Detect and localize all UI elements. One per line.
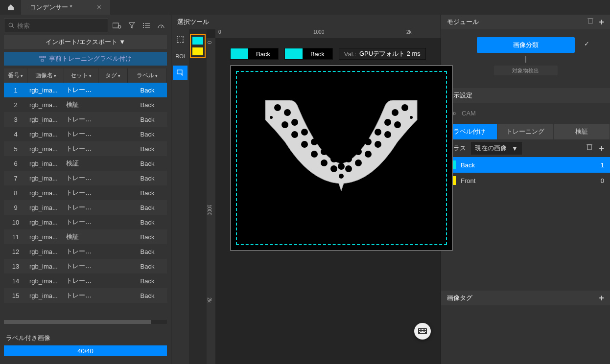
svg-rect-62 [588, 19, 592, 23]
col-set[interactable]: セット▾ [64, 68, 98, 83]
svg-point-35 [345, 165, 352, 172]
svg-point-32 [330, 165, 337, 172]
table-row[interactable]: 11rgb_ima...検証Back [4, 229, 167, 244]
table-row[interactable]: 14rgb_ima...トレーニ...Back [4, 273, 167, 288]
table-row[interactable]: 7rgb_ima...トレーニ...Back [4, 171, 167, 185]
canvas-area[interactable]: 0 1000 2k 0 1000 2k Back [207, 29, 441, 364]
table-row[interactable]: 10rgb_ima...トレーニ...Back [4, 215, 167, 229]
tool-strip: ROI [171, 29, 189, 364]
display-settings-header: 表示設定 [441, 88, 610, 103]
col-label[interactable]: ラベル▾ [128, 68, 167, 83]
module-panel: モジュール + 画像分類 ✓ 対象物検出 表示設定 CAM [441, 15, 610, 364]
add-tag-icon[interactable]: + [599, 293, 604, 303]
svg-point-27 [311, 138, 318, 145]
tab-validation[interactable]: 検証 [554, 124, 610, 139]
class-item[interactable]: Front0 [441, 173, 610, 188]
table-row[interactable]: 8rgb_ima...トレーニ...Back [4, 185, 167, 200]
svg-rect-11 [40, 56, 42, 58]
cam-toggle[interactable]: CAM [441, 103, 610, 124]
palette-color-1[interactable] [192, 47, 203, 55]
image-list-panel: インポート/エクスポート ▼ 事前トレーニングラベル付け 番号▾ 画像名▾ セッ… [0, 15, 171, 364]
tool-select[interactable] [173, 32, 188, 47]
image-table: 番号▾ 画像名▾ セット▾ タグ▾ ラベル▾ 1rgb_ima...トレーニ..… [4, 68, 167, 324]
add-class-icon[interactable]: + [599, 143, 604, 154]
document-tab[interactable]: コンデンサー * × [21, 0, 110, 15]
dashboard-icon[interactable] [155, 20, 167, 31]
svg-point-8 [143, 25, 144, 26]
pretrain-label-button[interactable]: 事前トレーニングラベル付け [4, 52, 167, 66]
add-module-icon[interactable]: + [599, 17, 604, 27]
svg-point-40 [365, 138, 372, 145]
search-field[interactable] [17, 22, 104, 29]
delete-class-icon[interactable] [586, 143, 593, 154]
svg-point-42 [375, 129, 381, 136]
svg-point-43 [384, 131, 391, 138]
class-filter-row: クラス 現在の画像▼ + [441, 139, 610, 157]
delete-module-icon[interactable] [587, 17, 594, 27]
part-image [260, 95, 422, 193]
horizontal-scrollbar[interactable] [4, 320, 167, 324]
top-bar: コンデンサー * × [0, 0, 610, 15]
module-connector [525, 56, 526, 63]
table-row[interactable]: 12rgb_ima...トレーニ...Back [4, 244, 167, 259]
svg-point-34 [339, 174, 344, 179]
mode-tabs: ラベル付け トレーニング 検証 [441, 124, 610, 139]
table-row[interactable]: 13rgb_ima...トレーニ...Back [4, 259, 167, 273]
svg-rect-13 [41, 60, 44, 61]
tool-roi[interactable]: ROI [173, 49, 188, 64]
svg-point-29 [321, 148, 328, 155]
module-node-classification[interactable]: 画像分類 [477, 37, 575, 53]
svg-rect-53 [422, 329, 423, 330]
palette-color-0[interactable] [192, 37, 203, 45]
import-export-button[interactable]: インポート/エクスポート ▼ [4, 35, 167, 49]
svg-point-7 [143, 23, 144, 24]
table-row[interactable]: 15rgb_ima...トレーニ...Back [4, 288, 167, 303]
svg-point-22 [282, 121, 288, 128]
search-input[interactable] [4, 19, 108, 32]
svg-rect-56 [419, 331, 420, 332]
tool-label[interactable] [173, 66, 188, 80]
svg-point-49 [410, 116, 413, 119]
class-scope-dropdown[interactable]: 現在の画像▼ [471, 142, 522, 155]
svg-point-44 [384, 119, 391, 126]
svg-point-25 [301, 129, 308, 136]
col-tag[interactable]: タグ▾ [98, 68, 128, 83]
module-graph: 画像分類 ✓ 対象物検出 [441, 29, 610, 88]
check-icon: ✓ [584, 40, 589, 47]
inference-info: Val.:GPUデフォルト 2 ms [339, 48, 426, 60]
home-button[interactable] [0, 0, 21, 15]
table-row[interactable]: 2rgb_ima...検証Back [4, 97, 167, 112]
svg-point-18 [183, 42, 184, 43]
class-item[interactable]: Back1 [441, 157, 610, 173]
filter-icon[interactable] [126, 20, 138, 31]
svg-point-30 [321, 159, 328, 166]
module-node-detection[interactable]: 対象物検出 [494, 66, 558, 75]
tab-training[interactable]: トレーニング [497, 124, 554, 139]
keyboard-button[interactable] [414, 323, 431, 340]
svg-point-26 [301, 141, 308, 148]
svg-rect-52 [421, 329, 422, 330]
svg-point-31 [330, 156, 337, 162]
svg-point-36 [345, 156, 352, 162]
image-frame[interactable] [230, 65, 453, 251]
svg-point-15 [177, 36, 178, 37]
svg-rect-55 [425, 329, 426, 330]
svg-point-38 [355, 148, 362, 155]
table-row[interactable]: 4rgb_ima...トレーニ...Back [4, 127, 167, 141]
col-name[interactable]: 画像名▾ [27, 68, 64, 83]
close-tab-icon[interactable]: × [97, 3, 101, 12]
progress-text: 40/40 [77, 347, 94, 355]
search-icon [8, 23, 14, 28]
svg-rect-54 [423, 329, 424, 330]
table-row[interactable]: 5rgb_ima...トレーニ...Back [4, 141, 167, 156]
table-row[interactable]: 3rgb_ima...トレーニ...Back [4, 112, 167, 127]
col-number[interactable]: 番号▾ [4, 68, 27, 83]
svg-point-23 [291, 119, 298, 126]
table-row[interactable]: 9rgb_ima...トレーニ...Back [4, 200, 167, 215]
table-row[interactable]: 6rgb_ima...検証Back [4, 156, 167, 171]
ruler-horizontal: 0 1000 2k [215, 29, 441, 38]
table-row[interactable]: 1rgb_ima...トレーニ...Back [4, 83, 167, 97]
canvas-panel: 選択ツール ROI 0 1000 2k 0 [171, 15, 441, 364]
list-icon[interactable] [141, 20, 152, 31]
image-settings-icon[interactable] [111, 20, 123, 31]
